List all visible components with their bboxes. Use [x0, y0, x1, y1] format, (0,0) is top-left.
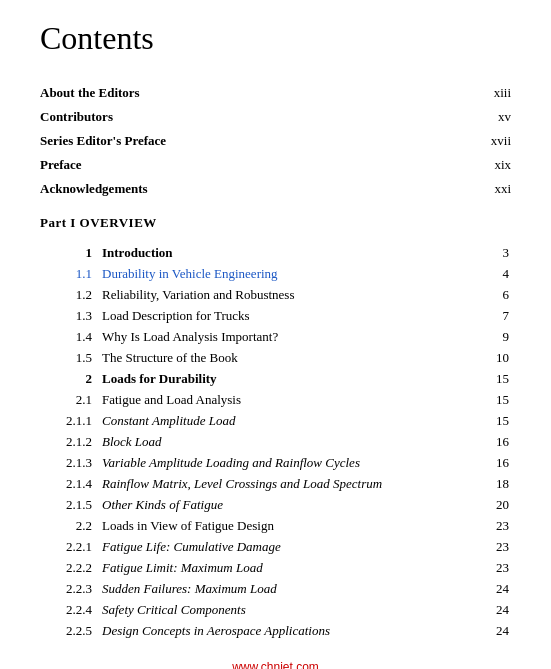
toc-row: 2.1.4Rainflow Matrix, Level Crossings an…: [42, 474, 509, 493]
fm-row-series: Series Editor's Preface xvii: [40, 133, 511, 149]
toc-num: 2: [42, 369, 100, 388]
page-title: Contents: [40, 20, 511, 57]
toc-page: 7: [477, 306, 509, 325]
toc-num: 2.1.4: [42, 474, 100, 493]
toc-num: 2.2: [42, 516, 100, 535]
toc-page: 24: [477, 579, 509, 598]
toc-page: 9: [477, 327, 509, 346]
toc-num: 1.5: [42, 348, 100, 367]
toc-page: 23: [477, 516, 509, 535]
toc-page: 16: [477, 432, 509, 451]
toc-num: 2.1.3: [42, 453, 100, 472]
toc-num: 1: [42, 243, 100, 262]
toc-num: 2.1.5: [42, 495, 100, 514]
toc-row: 2.2.2Fatigue Limit: Maximum Load23: [42, 558, 509, 577]
toc-title: Load Description for Trucks: [102, 306, 475, 325]
toc-title: Sudden Failures: Maximum Load: [102, 579, 475, 598]
fm-page-editors: xiii: [494, 85, 511, 101]
toc-num: 1.2: [42, 285, 100, 304]
toc-title: Variable Amplitude Loading and Rainflow …: [102, 453, 475, 472]
fm-row-acknowledgements: Acknowledgements xxi: [40, 181, 511, 197]
toc-num: 2.1.2: [42, 432, 100, 451]
toc-title: Safety Critical Components: [102, 600, 475, 619]
toc-row: 2.2.1Fatigue Life: Cumulative Damage23: [42, 537, 509, 556]
toc-num: 2.2.5: [42, 621, 100, 640]
toc-title: Loads for Durability: [102, 369, 475, 388]
toc-row: 1.2Reliability, Variation and Robustness…: [42, 285, 509, 304]
watermark: www.chnjet.com: [40, 660, 511, 669]
part-header: Part I OVERVIEW: [40, 215, 511, 231]
toc-row: 2.1.3Variable Amplitude Loading and Rain…: [42, 453, 509, 472]
toc-page: 10: [477, 348, 509, 367]
toc-title: Fatigue and Load Analysis: [102, 390, 475, 409]
fm-page-series: xvii: [491, 133, 511, 149]
toc-title: The Structure of the Book: [102, 348, 475, 367]
toc-page: 24: [477, 600, 509, 619]
toc-title: Introduction: [102, 243, 475, 262]
toc-table: 1Introduction31.1Durability in Vehicle E…: [40, 241, 511, 642]
toc-page: 20: [477, 495, 509, 514]
toc-title: Reliability, Variation and Robustness: [102, 285, 475, 304]
front-matter-section: About the Editors xiii Contributors xv S…: [40, 85, 511, 197]
fm-page-acknowledgements: xxi: [494, 181, 511, 197]
toc-row: 1Introduction3: [42, 243, 509, 262]
toc-page: 18: [477, 474, 509, 493]
toc-num: 2.1: [42, 390, 100, 409]
fm-label-editors: About the Editors: [40, 85, 140, 101]
toc-num: 2.2.3: [42, 579, 100, 598]
fm-label-preface: Preface: [40, 157, 82, 173]
toc-page: 15: [477, 369, 509, 388]
toc-num: 1.4: [42, 327, 100, 346]
toc-row: 1.1Durability in Vehicle Engineering4: [42, 264, 509, 283]
toc-row: 1.4Why Is Load Analysis Important?9: [42, 327, 509, 346]
toc-page: 16: [477, 453, 509, 472]
toc-title: Why Is Load Analysis Important?: [102, 327, 475, 346]
toc-title: Rainflow Matrix, Level Crossings and Loa…: [102, 474, 475, 493]
toc-title: Fatigue Life: Cumulative Damage: [102, 537, 475, 556]
toc-title: Loads in View of Fatigue Design: [102, 516, 475, 535]
toc-num: 2.1.1: [42, 411, 100, 430]
toc-title: Fatigue Limit: Maximum Load: [102, 558, 475, 577]
toc-row: 2.1.1Constant Amplitude Load15: [42, 411, 509, 430]
toc-page: 15: [477, 411, 509, 430]
fm-page-contributors: xv: [498, 109, 511, 125]
toc-page: 3: [477, 243, 509, 262]
toc-row: 2.1.2Block Load16: [42, 432, 509, 451]
toc-page: 4: [477, 264, 509, 283]
toc-title: Constant Amplitude Load: [102, 411, 475, 430]
toc-num: 1.3: [42, 306, 100, 325]
toc-page: 23: [477, 558, 509, 577]
toc-title: Durability in Vehicle Engineering: [102, 264, 475, 283]
fm-row-contributors: Contributors xv: [40, 109, 511, 125]
toc-num: 1.1: [42, 264, 100, 283]
toc-num: 2.2.4: [42, 600, 100, 619]
toc-row: 2.1Fatigue and Load Analysis15: [42, 390, 509, 409]
fm-page-preface: xix: [494, 157, 511, 173]
fm-label-acknowledgements: Acknowledgements: [40, 181, 148, 197]
toc-title: Design Concepts in Aerospace Application…: [102, 621, 475, 640]
toc-page: 15: [477, 390, 509, 409]
toc-page: 24: [477, 621, 509, 640]
toc-row: 2.2.5Design Concepts in Aerospace Applic…: [42, 621, 509, 640]
toc-row: 1.3Load Description for Trucks7: [42, 306, 509, 325]
toc-row: 2Loads for Durability15: [42, 369, 509, 388]
toc-num: 2.2.2: [42, 558, 100, 577]
fm-row-preface: Preface xix: [40, 157, 511, 173]
toc-page: 23: [477, 537, 509, 556]
toc-title: Other Kinds of Fatigue: [102, 495, 475, 514]
fm-row-editors: About the Editors xiii: [40, 85, 511, 101]
toc-title: Block Load: [102, 432, 475, 451]
toc-num: 2.2.1: [42, 537, 100, 556]
fm-label-series: Series Editor's Preface: [40, 133, 166, 149]
toc-row: 2.2.4Safety Critical Components24: [42, 600, 509, 619]
toc-row: 2.1.5Other Kinds of Fatigue20: [42, 495, 509, 514]
toc-page: 6: [477, 285, 509, 304]
toc-row: 2.2.3Sudden Failures: Maximum Load24: [42, 579, 509, 598]
fm-label-contributors: Contributors: [40, 109, 113, 125]
toc-row: 1.5The Structure of the Book10: [42, 348, 509, 367]
toc-row: 2.2Loads in View of Fatigue Design23: [42, 516, 509, 535]
